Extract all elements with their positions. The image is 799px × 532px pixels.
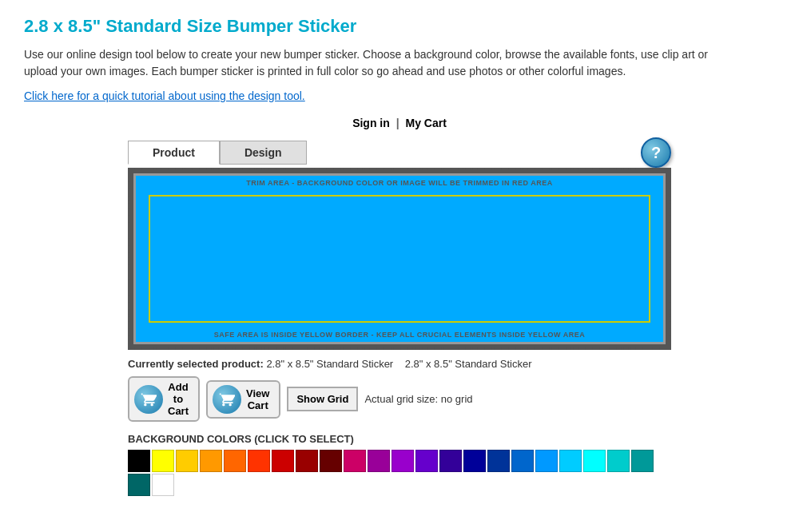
color-swatch[interactable]	[415, 450, 438, 472]
auth-separator: |	[396, 117, 400, 129]
view-cart-svg-icon	[219, 391, 235, 407]
cart-svg-icon	[141, 391, 157, 407]
tab-design[interactable]: Design	[220, 141, 307, 165]
color-swatch[interactable]	[439, 450, 462, 472]
view-cart-button[interactable]: ViewCart	[206, 380, 280, 419]
color-swatch[interactable]	[559, 450, 582, 472]
add-to-cart-icon	[134, 385, 163, 414]
product-name-2: 2.8" x 8.5" Standard Sticker	[405, 358, 532, 370]
color-swatch[interactable]	[152, 450, 174, 472]
grid-size-text: Actual grid size: no grid	[364, 393, 472, 405]
help-button[interactable]: ?	[641, 137, 671, 168]
tab-product[interactable]: Product	[128, 141, 220, 165]
show-grid-button[interactable]: Show Grid	[287, 387, 358, 411]
color-swatch[interactable]	[320, 450, 342, 472]
canvas-wrapper: TRIM AREA - BACKGROUND COLOR OR IMAGE WI…	[128, 168, 671, 350]
color-swatch[interactable]	[128, 450, 150, 472]
bg-colors-title: BACKGROUND COLORS (CLICK TO SELECT)	[128, 433, 671, 445]
auth-bar: Sign in | My Cart	[24, 117, 775, 129]
color-swatch[interactable]	[463, 450, 486, 472]
safe-area-label: SAFE AREA IS INSIDE YELLOW BORDER - KEEP…	[214, 331, 585, 339]
designer-container: Product Design ? TRIM AREA - BACKGROUND …	[128, 137, 671, 350]
action-row: AddtoCart ViewCart Show Grid Actual grid…	[128, 376, 671, 422]
color-swatch[interactable]	[296, 450, 318, 472]
color-swatch[interactable]	[152, 474, 174, 496]
color-swatch[interactable]	[607, 450, 630, 472]
view-cart-icon	[213, 385, 241, 414]
color-swatch[interactable]	[200, 450, 222, 472]
color-swatch[interactable]	[535, 450, 558, 472]
color-swatch[interactable]	[392, 450, 414, 472]
color-swatch[interactable]	[272, 450, 294, 472]
color-swatch[interactable]	[631, 450, 654, 472]
color-swatch[interactable]	[224, 450, 246, 472]
color-swatch[interactable]	[368, 450, 390, 472]
tutorial-link[interactable]: Click here for a quick tutorial about us…	[24, 89, 305, 102]
trim-area-label: TRIM AREA - BACKGROUND COLOR OR IMAGE WI…	[246, 179, 552, 187]
color-swatch[interactable]	[344, 450, 366, 472]
view-cart-label: ViewCart	[246, 387, 269, 411]
my-cart-link[interactable]: My Cart	[406, 117, 447, 129]
color-swatch[interactable]	[128, 474, 150, 496]
tab-row: Product Design ?	[128, 137, 671, 168]
color-swatch[interactable]	[176, 450, 198, 472]
product-info: Currently selected product: 2.8" x 8.5" …	[128, 358, 671, 370]
design-canvas[interactable]: TRIM AREA - BACKGROUND COLOR OR IMAGE WI…	[133, 173, 666, 344]
bg-colors-section: BACKGROUND COLORS (CLICK TO SELECT)	[128, 433, 671, 496]
add-to-cart-label: AddtoCart	[168, 381, 189, 417]
color-swatch[interactable]	[487, 450, 510, 472]
safe-area	[149, 195, 650, 323]
color-swatches	[128, 450, 671, 496]
color-swatch[interactable]	[248, 450, 270, 472]
add-to-cart-button[interactable]: AddtoCart	[128, 376, 200, 422]
page-title: 2.8 x 8.5" Standard Size Bumper Sticker	[24, 16, 775, 37]
page-description: Use our online design tool below to crea…	[24, 46, 743, 80]
product-info-prefix: Currently selected product:	[128, 358, 264, 370]
color-swatch[interactable]	[511, 450, 534, 472]
sign-in-link[interactable]: Sign in	[352, 117, 390, 129]
product-name: 2.8" x 8.5" Standard Sticker	[266, 358, 393, 370]
color-swatch[interactable]	[583, 450, 606, 472]
